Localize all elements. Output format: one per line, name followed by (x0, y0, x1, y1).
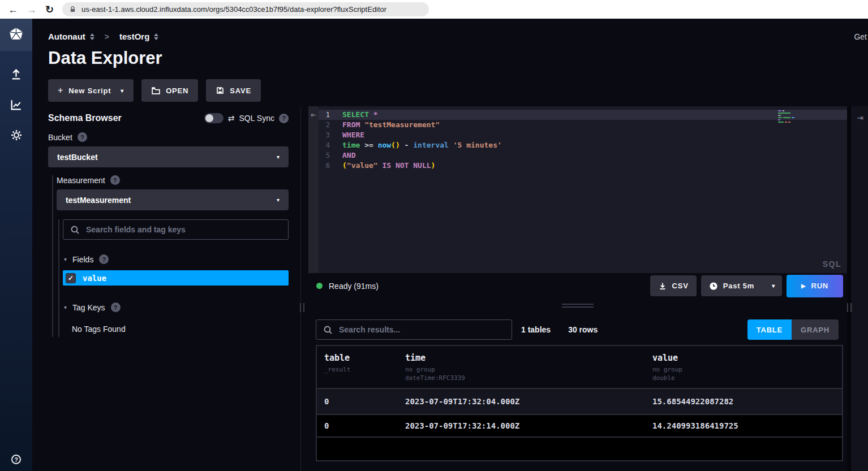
results-panel: Search results... 1 tables 30 rows TABLE… (308, 313, 847, 471)
download-icon (658, 282, 667, 291)
csv-button[interactable]: CSV (650, 275, 697, 296)
code-line[interactable]: ("value" IS NOT NULL) (342, 161, 847, 171)
sql-code-editor[interactable]: ⇤ 123456 SELECT *FROM "testMeasurement"W… (308, 106, 847, 273)
suborg-switcher-icon[interactable] (154, 33, 158, 40)
breadcrumb-separator-icon: > (105, 32, 109, 41)
line-number: 5 (319, 150, 334, 161)
line-number: 2 (319, 120, 334, 130)
bucket-help-icon[interactable]: ? (78, 132, 87, 142)
run-label: RUN (811, 282, 828, 290)
results-table-header: table_resulttimeno groupdateTime:RFC3339… (317, 346, 842, 389)
column-header: valueno groupdouble (652, 353, 842, 382)
editor-minimap[interactable] (778, 110, 797, 124)
graph-view-tab[interactable]: GRAPH (792, 319, 839, 340)
status-dot (316, 283, 323, 289)
gear-icon (10, 128, 23, 142)
run-button[interactable]: ▶ RUN (787, 275, 843, 297)
splitter-handle[interactable] (562, 304, 594, 308)
sql-sync-help-icon[interactable]: ? (279, 114, 289, 123)
collapse-left-icon[interactable]: ⇤ (308, 106, 319, 273)
splitter-handle[interactable] (300, 303, 304, 312)
left-navigation: ? (0, 19, 32, 471)
fields-search-input[interactable]: Search fields and tag keys (63, 219, 289, 240)
bucket-value: testBucket (57, 153, 98, 162)
sql-sync-icon: ⇄ (228, 114, 235, 123)
bucket-dropdown[interactable]: testBucket ▾ (48, 146, 289, 167)
open-button[interactable]: OPEN (141, 79, 198, 102)
search-icon (323, 325, 333, 335)
code-line[interactable]: FROM "testMeasurement" (342, 120, 847, 130)
code-line[interactable]: AND (342, 150, 847, 161)
column-header: timeno groupdateTime:RFC3339 (405, 353, 652, 382)
lock-icon (69, 6, 76, 13)
code-line[interactable]: SELECT * (342, 110, 847, 120)
save-button[interactable]: SAVE (206, 79, 261, 102)
results-search-input[interactable]: Search results... (316, 319, 512, 340)
sql-sync-toggle[interactable] (204, 113, 224, 123)
folder-icon (151, 86, 161, 96)
no-tags-text: No Tags Found (72, 325, 297, 334)
measurement-dropdown[interactable]: testMeasurement ▾ (57, 189, 289, 210)
search-icon (70, 225, 80, 235)
measurement-help-icon[interactable]: ? (110, 175, 120, 185)
right-panel-collapsed: ⇥ (852, 106, 868, 471)
table-cell: 14.240993186419725 (652, 421, 842, 430)
fields-help-icon[interactable]: ? (99, 254, 109, 264)
fields-search-placeholder: Search fields and tag keys (86, 225, 186, 234)
code-line[interactable]: time >= now() - interval '5 minutes' (342, 140, 847, 150)
toggle-knob (205, 114, 213, 122)
tag-keys-collapse-icon[interactable]: ▾ (64, 304, 67, 310)
results-search-placeholder: Search results... (339, 325, 400, 334)
browser-url-bar[interactable]: us-east-1-1.aws.cloud2.influxdata.com/or… (62, 2, 429, 16)
results-table-body: 02023-07-09T17:32:04.000Z15.685449220872… (317, 389, 842, 438)
nav-settings[interactable] (10, 128, 23, 142)
table-row[interactable]: 02023-07-09T17:32:04.000Z15.685449220872… (317, 389, 842, 415)
browser-refresh-icon[interactable]: ↻ (45, 5, 54, 15)
time-range-dropdown[interactable]: Past 5m ▾ (701, 275, 782, 296)
org-switcher-icon[interactable] (90, 33, 94, 40)
get-link[interactable]: Get (854, 32, 867, 41)
chevron-down-icon: ▾ (772, 283, 775, 289)
nav-data-explorer[interactable] (9, 98, 23, 112)
line-number: 4 (319, 140, 334, 150)
field-value-item[interactable]: ✓ value (63, 270, 289, 286)
influxdb-logo[interactable] (0, 19, 32, 51)
checkbox-checked-icon[interactable]: ✓ (66, 273, 76, 283)
clock-icon (709, 282, 718, 291)
new-script-button[interactable]: + New Script ▾ (48, 79, 134, 102)
nav-help[interactable]: ? (11, 454, 21, 465)
chevron-down-icon: ▾ (277, 197, 280, 203)
code-line[interactable]: WHERE (342, 130, 847, 140)
breadcrumb-org[interactable]: Autonaut (48, 32, 85, 41)
browser-back-icon[interactable]: ← (8, 5, 18, 15)
expand-right-icon[interactable]: ⇥ (857, 113, 863, 471)
fields-collapse-icon[interactable]: ▾ (64, 256, 67, 262)
table-row[interactable]: 02023-07-09T17:32:14.000Z14.240993186419… (317, 415, 842, 438)
code-lines[interactable]: SELECT *FROM "testMeasurement"WHEREtime … (334, 106, 847, 273)
language-badge: SQL (823, 260, 841, 269)
table-cell: 15.68544922087282 (652, 397, 842, 406)
results-table: table_resulttimeno groupdateTime:RFC3339… (316, 345, 843, 461)
right-panel-splitter[interactable] (847, 106, 852, 471)
save-label: SAVE (230, 87, 251, 95)
breadcrumb-suborg[interactable]: testOrg (119, 32, 149, 41)
browser-forward-icon[interactable]: → (27, 5, 37, 15)
measurement-label: Measurement (57, 176, 105, 185)
play-icon: ▶ (801, 283, 806, 289)
schema-editor-splitter[interactable] (297, 106, 308, 471)
chevron-down-icon: ▾ (121, 88, 124, 94)
table-cell: 0 (317, 397, 405, 406)
line-number: 3 (319, 130, 334, 140)
sql-sync-label: SQL Sync (239, 114, 274, 123)
nav-load-data[interactable] (9, 67, 23, 81)
editor-gutter: 123456 (319, 106, 334, 273)
query-status-text: Ready (91ms) (329, 282, 379, 291)
script-toolbar: + New Script ▾ OPEN SAVE (48, 79, 868, 102)
csv-label: CSV (672, 282, 689, 290)
tag-keys-help-icon[interactable]: ? (111, 303, 121, 312)
bucket-label: Bucket (48, 133, 72, 142)
editor-results-splitter[interactable] (308, 299, 847, 313)
splitter-handle[interactable] (847, 303, 852, 312)
table-view-tab[interactable]: TABLE (747, 319, 792, 340)
influxdb-logo-icon (8, 27, 24, 42)
